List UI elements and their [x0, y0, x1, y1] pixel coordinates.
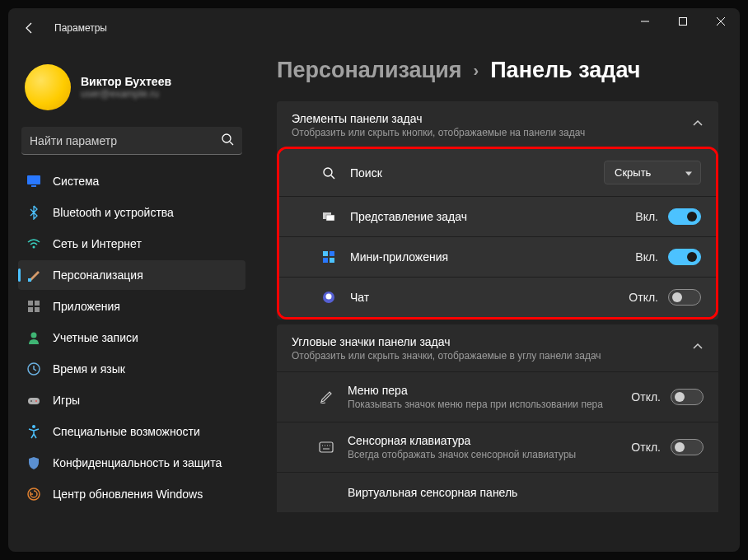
svg-line-3	[230, 142, 233, 145]
maximize-button[interactable]	[664, 8, 702, 35]
accessibility-icon	[26, 424, 41, 439]
chevron-up-icon	[692, 118, 704, 133]
monitor-icon	[26, 174, 41, 189]
svg-rect-4	[27, 175, 40, 184]
sidebar-item-label: Центр обновления Windows	[53, 488, 203, 501]
sidebar-item-update[interactable]: Центр обновления Windows	[18, 479, 245, 509]
svg-line-20	[331, 175, 334, 179]
svg-rect-5	[31, 185, 36, 187]
svg-point-6	[33, 246, 35, 249]
sidebar-item-label: Сеть и Интернет	[53, 237, 142, 250]
avatar	[25, 64, 71, 110]
clock-icon	[26, 362, 41, 376]
section-subtitle: Отобразить или скрыть кнопки, отображаем…	[292, 127, 585, 138]
row-pen: Меню пера Показывать значок меню пера пр…	[277, 371, 718, 422]
shield-icon	[26, 455, 41, 470]
svg-rect-8	[28, 301, 33, 306]
sidebar-item-label: Персонализация	[53, 268, 143, 282]
toggle-state-touchkb: Откл.	[631, 441, 661, 454]
sidebar-item-time[interactable]: Время и язык	[18, 354, 245, 384]
chevron-up-icon	[692, 341, 704, 356]
search-input[interactable]	[30, 134, 221, 147]
window-controls	[626, 8, 740, 35]
toggle-state-pen: Откл.	[631, 390, 661, 404]
minimize-button[interactable]	[626, 8, 664, 35]
content: Виктор Бухтеев user@example.ru СистемаBl…	[8, 48, 740, 552]
toggle-taskview[interactable]	[668, 208, 701, 225]
sidebar-item-label: Игры	[53, 394, 80, 407]
sidebar-item-system[interactable]: Система	[18, 166, 245, 196]
update-icon	[26, 487, 41, 502]
back-button[interactable]	[15, 13, 44, 43]
row-taskview: Представление задач Вкл.	[279, 196, 716, 236]
row-label-pen: Меню пера	[348, 384, 631, 397]
sidebar-item-accessibility[interactable]: Специальные возможности	[18, 417, 245, 446]
sidebar-item-network[interactable]: Сеть и Интернет	[18, 229, 245, 259]
breadcrumb: Персонализация › Панель задач	[277, 58, 718, 83]
sidebar-item-label: Время и язык	[53, 362, 125, 376]
sidebar-item-label: Конфиденциальность и защита	[53, 456, 222, 469]
row-label-touchkb: Сенсорная клавиатура	[348, 434, 631, 447]
app-title: Параметры	[54, 22, 107, 34]
section2-title: Угловые значки панели задач	[292, 335, 601, 348]
search-box[interactable]	[21, 127, 242, 155]
toggle-state-widgets: Вкл.	[635, 250, 658, 264]
close-button[interactable]	[702, 8, 740, 35]
wifi-icon	[26, 236, 41, 251]
sidebar-item-label: Приложения	[53, 300, 120, 313]
svg-rect-29	[320, 442, 333, 452]
keyboard-icon	[318, 439, 334, 455]
svg-rect-7	[28, 278, 31, 282]
sidebar-item-label: Учетные записи	[53, 331, 138, 344]
row-label-widgets: Мини-приложения	[350, 250, 635, 264]
user-profile[interactable]: Виктор Бухтеев user@example.ru	[18, 54, 245, 124]
dropdown-search[interactable]: Скрыть	[604, 161, 701, 184]
highlight-annotation: Поиск Скрыть Представление задач Вкл. Ми…	[277, 147, 718, 320]
row-label-chat: Чат	[350, 291, 629, 304]
svg-rect-25	[323, 258, 328, 263]
svg-point-16	[35, 400, 37, 402]
toggle-widgets[interactable]	[668, 249, 701, 265]
row-desc-pen: Показывать значок меню пера при использо…	[348, 399, 631, 410]
svg-point-15	[30, 400, 32, 402]
section-header-corner-icons[interactable]: Угловые значки панели задач Отобразить и…	[277, 324, 718, 371]
touchpad-icon	[318, 484, 334, 501]
sidebar-item-privacy[interactable]: Конфиденциальность и защита	[18, 448, 245, 478]
toggle-pen[interactable]	[671, 389, 704, 405]
sidebar: Виктор Бухтеев user@example.ru СистемаBl…	[8, 48, 255, 552]
user-email: user@example.ru	[81, 88, 171, 100]
svg-point-12	[31, 333, 37, 338]
section-corner-icons: Угловые значки панели задач Отобразить и…	[277, 324, 718, 512]
widgets-icon	[320, 249, 337, 265]
sidebar-item-apps[interactable]: Приложения	[18, 292, 245, 321]
svg-point-2	[222, 134, 231, 142]
row-search: Поиск Скрыть	[279, 149, 716, 196]
toggle-state-taskview: Вкл.	[635, 210, 658, 223]
sidebar-item-label: Bluetooth и устройства	[53, 206, 174, 219]
row-label-search: Поиск	[350, 166, 604, 180]
section-taskbar-items: Элементы панели задач Отобразить или скр…	[277, 101, 718, 320]
toggle-touchkb[interactable]	[671, 439, 704, 455]
main-panel: Персонализация › Панель задач Элементы п…	[255, 48, 740, 552]
svg-rect-1	[680, 18, 687, 26]
svg-rect-14	[28, 398, 40, 404]
brush-icon	[26, 268, 41, 282]
row-label-touchpad: Виртуальная сенсорная панель	[348, 486, 704, 499]
section-title: Элементы панели задач	[292, 112, 585, 125]
svg-point-18	[28, 488, 40, 500]
toggle-chat[interactable]	[668, 289, 701, 306]
titlebar: Параметры	[8, 8, 740, 48]
section-header-taskbar-items[interactable]: Элементы панели задач Отобразить или скр…	[277, 101, 718, 148]
sidebar-item-accounts[interactable]: Учетные записи	[18, 323, 245, 352]
sidebar-item-bluetooth[interactable]: Bluetooth и устройства	[18, 198, 245, 227]
sidebar-item-gaming[interactable]: Игры	[18, 385, 245, 415]
settings-window: Параметры Виктор Бухтеев user@example.ru…	[8, 8, 740, 552]
row-widgets: Мини-приложения Вкл.	[279, 236, 716, 277]
breadcrumb-root[interactable]: Персонализация	[277, 58, 462, 83]
breadcrumb-current: Панель задач	[490, 58, 640, 83]
svg-rect-11	[35, 307, 40, 312]
svg-rect-23	[323, 251, 328, 256]
search-icon	[320, 165, 337, 181]
sidebar-item-personalization[interactable]: Персонализация	[18, 260, 245, 290]
nav: СистемаBluetooth и устройстваСеть и Инте…	[18, 166, 245, 509]
